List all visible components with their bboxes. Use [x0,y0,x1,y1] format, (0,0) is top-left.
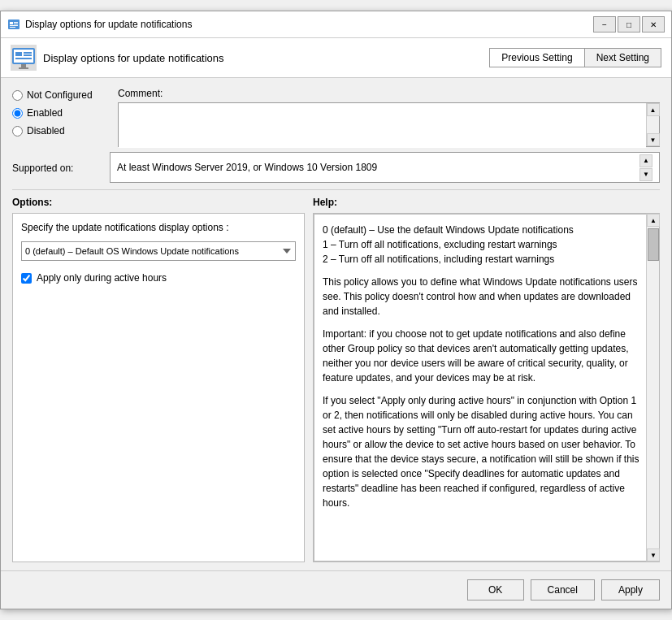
radio-group: Not Configured Enabled Disabled [12,86,110,147]
supported-scroll-down[interactable]: ▼ [639,168,652,181]
svg-rect-4 [10,25,18,26]
title-text: Display options for update notifications [25,19,192,30]
comment-scroll-down[interactable]: ▼ [647,133,660,146]
svg-rect-10 [24,54,32,56]
cancel-button[interactable]: Cancel [531,579,595,600]
footer: OK Cancel Apply [1,570,671,609]
help-scroll-up[interactable]: ▲ [647,214,660,227]
help-label: Help: [313,197,660,208]
comment-label: Comment: [118,86,215,99]
svg-rect-11 [15,58,32,59]
svg-rect-5 [10,27,15,28]
supported-value: At least Windows Server 2019, or Windows… [117,162,377,173]
svg-rect-8 [15,52,22,56]
not-configured-label: Not Configured [27,89,93,101]
header-bar: Display options for update notifications… [1,38,671,78]
svg-rect-12 [21,64,26,67]
ok-button[interactable]: OK [467,579,524,600]
specify-text: Specify the update notifications display… [21,222,296,233]
main-window: Display options for update notifications… [0,11,672,609]
svg-rect-2 [14,22,18,23]
active-hours-label: Apply only during active hours [37,272,167,284]
help-scrollbar: ▲ ▼ [646,214,659,561]
next-setting-button[interactable]: Next Setting [584,48,661,67]
title-bar: Display options for update notifications… [1,11,671,38]
not-configured-radio[interactable]: Not Configured [12,89,110,101]
help-box: 0 (default) – Use the default Windows Up… [314,214,659,561]
previous-setting-button[interactable]: Previous Setting [489,48,583,67]
dropdown-row: 0 (default) – Default OS Windows Update … [21,241,296,261]
maximize-button[interactable]: □ [618,16,640,33]
help-column: Help: 0 (default) – Use the default Wind… [313,197,660,562]
divider [12,189,660,190]
svg-rect-1 [10,22,13,24]
options-label: Options: [12,197,305,208]
comment-textarea[interactable] [119,103,646,148]
window-icon [7,18,20,31]
svg-rect-13 [19,67,28,69]
svg-rect-3 [14,24,18,24]
help-scroll-track [647,227,659,548]
options-column: Options: Specify the update notification… [12,197,305,562]
options-box: Specify the update notifications display… [12,213,305,562]
help-para-3: If you select "Apply only during active … [323,393,642,510]
comment-scroll-up[interactable]: ▲ [647,103,660,116]
active-hours-checkbox[interactable] [21,273,32,284]
enabled-label: Enabled [27,107,63,119]
nav-buttons: Previous Setting Next Setting [489,48,661,67]
two-col-section: Options: Specify the update notification… [12,197,660,562]
header-title: Display options for update notifications [43,52,224,64]
disabled-label: Disabled [27,125,65,137]
enabled-radio[interactable]: Enabled [12,107,110,119]
close-button[interactable]: ✕ [642,16,665,33]
help-para-0: 0 (default) – Use the default Windows Up… [323,223,642,267]
content-area: Not Configured Enabled Disabled Comment: [1,78,671,570]
comment-section: Comment: ▲ ▼ [118,86,660,147]
disabled-radio[interactable]: Disabled [12,125,110,137]
supported-scroll-up[interactable]: ▲ [639,154,652,167]
notifications-dropdown[interactable]: 0 (default) – Default OS Windows Update … [21,241,296,261]
help-para-2: Important: if you choose not to get upda… [323,327,642,385]
help-para-1: This policy allows you to define what Wi… [323,275,642,319]
minimize-button[interactable]: − [593,16,616,33]
help-scroll-down[interactable]: ▼ [647,548,660,561]
supported-label: Supported on: [12,161,110,174]
active-hours-checkbox-row[interactable]: Apply only during active hours [21,272,296,284]
apply-button[interactable]: Apply [601,579,660,600]
window-controls: − □ ✕ [593,16,665,33]
header-icon [11,45,37,71]
svg-rect-9 [24,52,32,54]
help-scroll-thumb[interactable] [648,228,659,261]
